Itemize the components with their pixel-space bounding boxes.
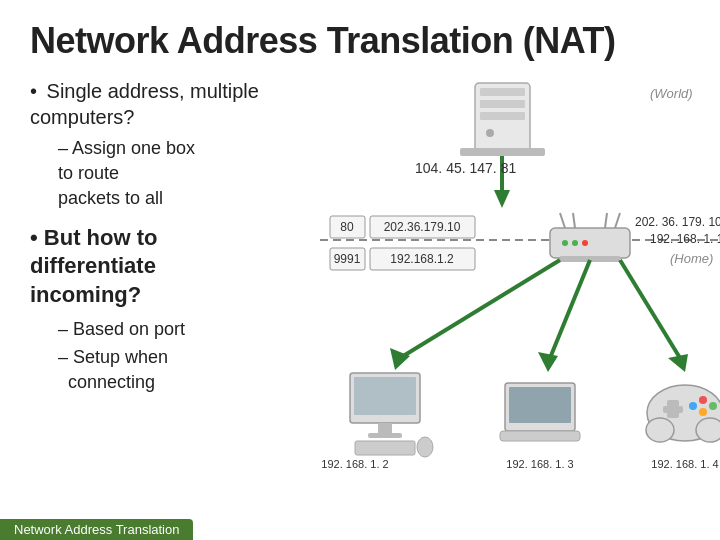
bullet-2: • But how todifferentiateincoming? xyxy=(30,224,320,310)
svg-rect-31 xyxy=(368,433,402,438)
world-label: (World) xyxy=(650,86,693,101)
svg-point-44 xyxy=(689,402,697,410)
svg-marker-25 xyxy=(538,352,558,372)
svg-marker-7 xyxy=(494,190,510,208)
device-label-1: 192. 168. 1. 2 xyxy=(321,458,388,470)
bullet-dot-2: • xyxy=(30,225,38,250)
sub-bullets-2: Based on port Setup when connecting xyxy=(58,317,320,395)
sub-bullets-1: Assign one boxto routepackets to all xyxy=(58,136,320,212)
router-icon xyxy=(550,213,630,262)
device-label-2: 192. 168. 1. 3 xyxy=(506,458,573,470)
slide: Network Address Translation (NAT) • Sing… xyxy=(0,0,720,540)
svg-rect-3 xyxy=(480,112,525,120)
svg-line-22 xyxy=(400,260,560,358)
ip-top-label: 104. 45. 147. 81 xyxy=(415,160,516,176)
port-80: 80 xyxy=(340,220,354,234)
footer-label: Network Address Translation xyxy=(0,519,193,540)
sub-bullet-2-2-text: Setup when connecting xyxy=(58,347,168,392)
desktop-icon xyxy=(350,373,433,457)
sub-bullet-2-1-text: Based on port xyxy=(73,319,185,339)
svg-rect-41 xyxy=(667,400,679,418)
home-label: (Home) xyxy=(670,251,713,266)
ip-9991: 192.168.1.2 xyxy=(390,252,454,266)
svg-line-24 xyxy=(550,260,590,358)
svg-point-18 xyxy=(562,240,568,246)
svg-point-42 xyxy=(699,396,707,404)
svg-point-33 xyxy=(417,437,433,457)
svg-marker-27 xyxy=(668,354,688,372)
svg-line-17 xyxy=(615,213,620,228)
laptop-icon xyxy=(500,383,580,441)
svg-rect-5 xyxy=(460,148,545,156)
svg-point-45 xyxy=(699,408,707,416)
sub-bullet-1-1: Assign one boxto routepackets to all xyxy=(58,136,320,212)
bullet-1: • Single address, multiple computers? xyxy=(30,78,320,130)
svg-point-38 xyxy=(646,418,674,442)
svg-point-4 xyxy=(486,129,494,137)
diagram-svg: 104. 45. 147. 81 (World) 80 202.36.179.1… xyxy=(320,78,720,508)
svg-marker-23 xyxy=(390,348,410,370)
device-label-3: 192. 168. 1. 4 xyxy=(651,458,718,470)
port-9991: 9991 xyxy=(334,252,361,266)
svg-rect-1 xyxy=(480,88,525,96)
gamepad-icon xyxy=(646,385,720,442)
bullet-1-text: Single address, multiple computers? xyxy=(30,80,259,128)
sub-bullet-1-1-text: Assign one boxto routepackets to all xyxy=(58,138,195,208)
svg-rect-35 xyxy=(509,387,571,423)
svg-line-26 xyxy=(620,260,680,358)
svg-point-19 xyxy=(572,240,578,246)
svg-rect-36 xyxy=(500,431,580,441)
svg-line-15 xyxy=(573,213,575,228)
bullet-dot-1: • xyxy=(30,80,37,102)
sub-bullet-2-1: Based on port xyxy=(58,317,320,342)
svg-point-20 xyxy=(582,240,588,246)
svg-point-43 xyxy=(709,402,717,410)
svg-rect-32 xyxy=(355,441,415,455)
svg-rect-2 xyxy=(480,100,525,108)
ip-202-label: 202. 36. 179. 10 xyxy=(635,215,720,229)
ip-192-1-label: 192. 168. 1. 1 xyxy=(650,232,720,246)
svg-point-39 xyxy=(696,418,720,442)
svg-line-16 xyxy=(605,213,607,228)
left-panel: • Single address, multiple computers? As… xyxy=(30,78,320,498)
sub-bullet-2-2: Setup when connecting xyxy=(58,345,320,395)
server-icon xyxy=(460,83,545,156)
right-panel: 104. 45. 147. 81 (World) 80 202.36.179.1… xyxy=(320,78,720,498)
ip-80: 202.36.179.10 xyxy=(384,220,461,234)
slide-title: Network Address Translation (NAT) xyxy=(30,20,690,62)
svg-rect-29 xyxy=(354,377,416,415)
content-area: • Single address, multiple computers? As… xyxy=(30,78,690,498)
svg-line-14 xyxy=(560,213,565,228)
bullet-2-text: But how todifferentiateincoming? xyxy=(30,225,157,307)
